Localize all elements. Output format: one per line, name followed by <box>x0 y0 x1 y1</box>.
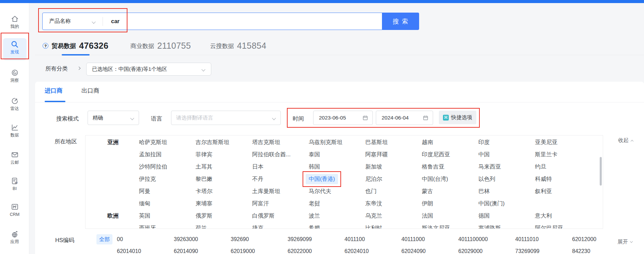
region-option[interactable]: 英国 <box>139 212 194 220</box>
region-option[interactable]: 约旦 <box>535 163 590 171</box>
region-option[interactable]: 巴基斯坦 <box>365 139 420 146</box>
end-date-input[interactable]: 2024-06-04 <box>376 111 433 125</box>
sidebar-item-data[interactable]: 数据 <box>0 123 29 138</box>
region-option[interactable]: 中国(香港) <box>309 175 364 183</box>
region-option[interactable]: 阿曼 <box>139 188 194 195</box>
sidebar-item-radar[interactable]: 雷达 <box>0 97 29 111</box>
region-option[interactable]: 黎巴嫩 <box>196 175 251 183</box>
region-option[interactable]: 塞浦路斯 <box>478 224 534 229</box>
data-tab-cloud[interactable]: 云搜数据415854 <box>210 37 266 55</box>
region-option[interactable]: 卡塔尔 <box>196 188 251 195</box>
region-option[interactable]: 格鲁吉亚 <box>422 163 477 171</box>
tab-exporter[interactable]: 出口商 <box>81 86 99 95</box>
region-option[interactable]: 马尔代夫 <box>309 188 364 195</box>
quick-options-button[interactable]: ⌘ 快捷选项 <box>439 111 476 124</box>
search-input[interactable]: car <box>111 18 120 25</box>
region-option[interactable]: 荷兰 <box>196 224 251 229</box>
region-option[interactable]: 越南 <box>422 139 477 146</box>
region-option[interactable]: 韩国 <box>309 163 364 171</box>
region-option[interactable]: 老挝 <box>309 200 364 207</box>
sidebar-item-discover[interactable]: 发现 <box>0 40 29 55</box>
region-option[interactable]: 俄罗斯 <box>196 212 251 220</box>
region-option[interactable]: 白俄罗斯 <box>252 212 307 220</box>
tab-importer[interactable]: 进口商 <box>45 86 63 95</box>
search-category-dropdown[interactable]: 产品名称 <box>43 13 103 30</box>
hs-code-option[interactable]: 4011100000 <box>458 236 513 242</box>
hs-code-option[interactable]: 39263000 <box>174 236 229 242</box>
region-option[interactable]: 阿拉伯联合酋... <box>252 151 307 158</box>
region-option[interactable]: 不丹 <box>252 175 307 183</box>
hs-code-option[interactable]: 62022000 <box>288 248 343 254</box>
region-option[interactable]: 孟加拉国 <box>139 151 194 158</box>
region-option[interactable]: 中国(台湾) <box>422 175 477 183</box>
region-option[interactable]: 德国 <box>478 212 534 220</box>
hs-code-option[interactable]: 62019000 <box>231 248 286 254</box>
region-option[interactable]: 科威特 <box>535 175 590 183</box>
region-option[interactable]: 塔吉克斯坦 <box>252 139 307 146</box>
region-option[interactable]: 阿富汗 <box>252 200 307 207</box>
region-filter-dropdown[interactable]: 已选地区：中国(香港)等1个地区 <box>86 63 211 76</box>
collapse-link[interactable]: 收起 <box>618 137 633 144</box>
region-option[interactable]: 伊朗 <box>422 200 477 207</box>
hs-code-option[interactable]: 392690 <box>231 236 286 242</box>
region-option[interactable]: 波兰 <box>309 212 364 220</box>
sidebar-item-bi[interactable]: BIBI <box>0 177 29 191</box>
region-option[interactable]: 乌克兰 <box>365 212 420 220</box>
region-option[interactable]: 西班牙 <box>139 224 194 229</box>
region-option[interactable]: 斯里兰卡 <box>535 151 590 158</box>
data-tab-trade[interactable]: ?贸易数据476326 <box>43 37 108 55</box>
region-option[interactable]: 马来西亚 <box>478 163 534 171</box>
region-option[interactable]: 吉尔吉斯斯坦 <box>196 139 251 146</box>
hs-code-option[interactable]: 40111000 <box>401 236 457 242</box>
region-option[interactable]: 以色列 <box>478 175 534 183</box>
region-option[interactable]: 叙利亚 <box>535 188 590 195</box>
region-option-selected[interactable]: 中国(香港) <box>306 174 338 184</box>
region-option[interactable]: 尼泊尔 <box>365 175 420 183</box>
region-option[interactable]: 沙特阿拉伯 <box>139 163 194 171</box>
hs-code-option[interactable]: 842230 <box>572 248 627 254</box>
region-option[interactable]: 土耳其 <box>196 163 251 171</box>
expand-link[interactable]: 展开 <box>617 238 632 245</box>
all-categories-label[interactable]: 所有分类 <box>45 65 68 73</box>
hs-code-option[interactable]: 62014090 <box>174 248 229 254</box>
hs-code-option[interactable]: 62024010 <box>344 248 400 254</box>
sidebar-item-apps[interactable]: 应用 <box>0 230 29 244</box>
region-option[interactable]: 日本 <box>252 163 307 171</box>
hs-code-option[interactable]: 73269099 <box>515 248 570 254</box>
region-option[interactable]: 缅甸 <box>139 200 194 207</box>
start-date-input[interactable]: 2023-06-05 <box>313 111 373 125</box>
search-button[interactable]: 搜 索 <box>382 13 419 30</box>
region-option[interactable]: 捷克 <box>252 224 307 229</box>
region-option[interactable]: 意大利 <box>535 212 590 220</box>
region-option[interactable]: 乌兹别克斯坦 <box>309 139 364 146</box>
region-option[interactable]: 阿尔巴尼亚 <box>535 224 590 229</box>
region-option[interactable]: 法国 <box>422 212 477 220</box>
region-option[interactable]: 阿塞拜疆 <box>365 151 420 158</box>
region-option[interactable]: 土库曼斯坦 <box>252 188 307 195</box>
region-option[interactable]: 东帝汶 <box>365 200 420 207</box>
region-option[interactable]: 中国(澳门) <box>478 200 534 207</box>
region-option[interactable]: 泰国 <box>309 151 364 158</box>
hs-code-option[interactable]: 39269099 <box>288 236 343 242</box>
sidebar-item-crm[interactable]: CRM <box>0 203 29 217</box>
hs-code-option[interactable]: 62029000 <box>458 248 513 254</box>
region-option[interactable]: 蒙古 <box>422 188 477 195</box>
language-select[interactable]: 请选择翻译语言 <box>171 111 281 125</box>
region-option[interactable]: 印度 <box>478 139 534 146</box>
search-mode-select[interactable]: 精确 <box>88 111 139 125</box>
sidebar-item-home[interactable]: 我的 <box>0 15 29 29</box>
sidebar-item-mail[interactable]: 云邮 <box>0 150 29 165</box>
region-option[interactable]: 印度尼西亚 <box>422 151 477 158</box>
hs-code-option[interactable]: 62024090 <box>401 248 457 254</box>
hs-code-option[interactable]: 40111010 <box>515 236 570 242</box>
hs-code-option[interactable]: 4011100 <box>344 236 400 242</box>
region-option[interactable]: 中国 <box>478 151 534 158</box>
region-option[interactable]: 伊拉克 <box>139 175 194 183</box>
region-option[interactable]: 亚美尼亚 <box>535 139 590 146</box>
region-option[interactable]: 斯洛文尼亚 <box>422 224 477 229</box>
region-option[interactable]: 巴林 <box>478 188 534 195</box>
region-option[interactable]: 新加坡 <box>365 163 420 171</box>
sidebar-item-insight[interactable]: 洞察 <box>0 68 29 83</box>
region-option[interactable]: 也门 <box>365 188 420 195</box>
region-option[interactable]: 柬埔寨 <box>196 200 251 207</box>
